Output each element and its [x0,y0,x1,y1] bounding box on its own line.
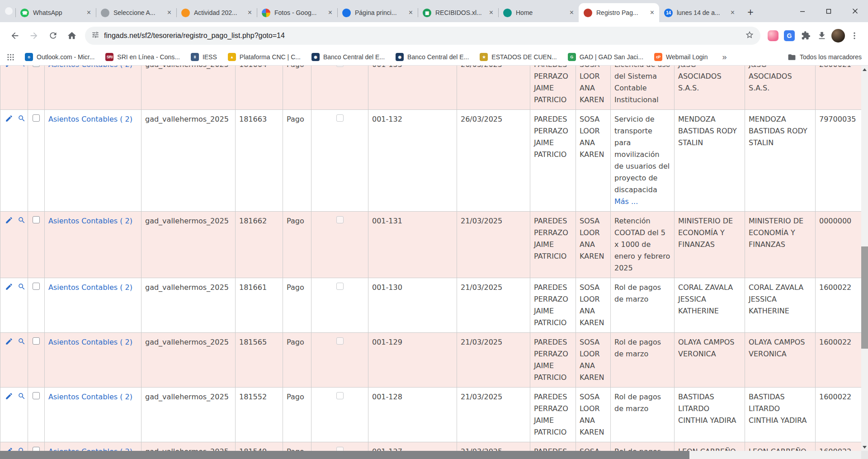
bookmark-item[interactable]: II IESS [191,53,217,61]
mas-link[interactable]: Más ... [614,196,670,208]
bookmark-item[interactable]: cP Webmail Login [654,53,708,61]
asientos-contables-link[interactable]: Asientos Contables ( 2) [48,217,132,225]
forward-button[interactable] [25,27,42,44]
vertical-scrollbar[interactable] [861,66,868,451]
pago-checkbox[interactable] [336,447,344,451]
database-cell: gad_vallehermos_2025 [142,442,236,451]
view-magnifier-icon[interactable] [18,393,28,402]
edit-pencil-icon[interactable] [5,218,15,226]
tab-close-icon[interactable]: × [648,9,656,17]
browser-tab[interactable]: Registro Pag... × [579,3,659,22]
row-checkbox[interactable] [33,66,40,67]
asientos-contables-link[interactable]: Asientos Contables ( 2) [48,338,132,346]
tab-close-icon[interactable]: × [487,9,495,17]
browser-tab[interactable]: Seleccione A... × [96,3,176,22]
tab-close-icon[interactable]: × [567,9,576,17]
tab-favicon-icon [262,9,270,17]
table-row: Asientos Contables ( 2) gad_vallehermos_… [0,333,862,388]
bookmark-item[interactable]: o Outlook.com - Micr... [25,53,94,61]
numero-cell: 001-128 [368,388,457,442]
profile-avatar[interactable] [830,28,846,44]
edit-pencil-icon[interactable] [5,66,15,70]
scroll-up-arrow-icon[interactable] [861,66,868,73]
view-magnifier-icon[interactable] [18,66,28,70]
pago-checkbox[interactable] [336,337,344,345]
extension-pink-icon[interactable] [765,28,781,44]
asientos-contables-link[interactable]: Asientos Contables ( 2) [48,66,132,69]
browser-tab[interactable]: Home × [498,3,579,22]
edit-pencil-icon[interactable] [5,116,15,124]
pago-checkbox[interactable] [336,66,344,67]
tab-title: WhatsApp [33,9,83,16]
browser-tab[interactable]: Página princi... × [337,3,418,22]
beneficiario2-cell: OLAYA CAMPOS VERONICA [745,333,816,388]
pago-checkbox[interactable] [336,216,344,223]
bookmark-item[interactable]: ◉ Banco Central del E... [396,53,469,61]
bookmark-item[interactable]: G GAD | GAD San Jaci... [568,53,643,61]
table-row: Asientos Contables ( 2) gad_vallehermos_… [0,212,862,278]
tab-close-icon[interactable]: × [245,9,254,17]
browser-tab[interactable]: 14 lunes 14 de a... × [659,3,740,22]
bookmark-item[interactable]: ★ ESTADOS DE CUEN... [480,53,557,61]
asientos-contables-link[interactable]: Asientos Contables ( 2) [48,283,132,292]
downloads-icon[interactable] [814,28,830,44]
extensions-puzzle-icon[interactable] [797,28,814,44]
address-bar[interactable]: fingads.net/sf2/tesoreria/registro_pago_… [85,27,760,45]
horizontal-scrollbar[interactable] [0,451,861,459]
row-checkbox[interactable] [33,283,40,290]
tab-close-icon[interactable]: × [406,9,415,17]
responsable-cell: PAREDES PERRAZO JAIME PATRICIO [530,110,576,212]
row-checkbox[interactable] [33,114,40,122]
translate-icon[interactable]: G [781,28,797,44]
close-button[interactable] [842,0,868,22]
tab-close-icon[interactable]: × [165,9,174,17]
browser-tab[interactable]: ▦ RECIBIDOS.xl... × [418,3,498,22]
maximize-button[interactable] [816,0,842,22]
view-magnifier-icon[interactable] [18,218,28,226]
tab-close-icon[interactable]: × [728,9,737,17]
view-magnifier-icon[interactable] [18,116,28,124]
bookmark-item[interactable]: ◉ Banco Central del E... [311,53,385,61]
bookmark-item[interactable]: SRI SRI en Línea - Cons... [105,53,180,61]
numero-cell: 001-130 [368,278,457,333]
reload-button[interactable] [44,27,61,44]
back-button[interactable] [6,27,24,44]
site-info-icon[interactable] [91,31,99,41]
edit-pencil-icon[interactable] [5,339,15,347]
record-id-cell: 181661 [236,278,283,333]
row-checkbox[interactable] [33,447,40,451]
home-button[interactable] [63,27,80,44]
view-magnifier-icon[interactable] [18,339,28,347]
descripcion-cell: Servicio de transporte para movilización… [611,110,675,212]
tab-close-icon[interactable]: × [326,9,335,17]
scroll-down-arrow-icon[interactable] [861,443,868,451]
asientos-contables-link[interactable]: Asientos Contables ( 2) [48,393,132,401]
asientos-contables-link[interactable]: Asientos Contables ( 2) [48,115,132,123]
bookmark-item[interactable]: ▲ Plataforma CNC | C... [228,53,301,61]
row-checkbox[interactable] [33,337,40,345]
apps-grid-icon[interactable] [6,53,15,62]
browser-tab[interactable]: ☎ WhatsApp × [15,3,96,22]
new-tab-button[interactable]: + [744,5,757,19]
view-magnifier-icon[interactable] [18,284,28,293]
tab-close-icon[interactable]: × [85,9,93,17]
edit-pencil-icon[interactable] [5,393,15,402]
all-bookmarks-button[interactable]: Todos los marcadores [788,53,862,62]
menu-kebab-icon[interactable] [846,28,863,44]
browser-tab[interactable]: Actividad 202... × [176,3,257,22]
minimize-button[interactable] [789,0,816,22]
vertical-scroll-thumb[interactable] [861,246,868,349]
browser-tab[interactable]: Fotos - Goog... × [257,3,337,22]
edit-pencil-icon[interactable] [5,284,15,293]
bookmark-label: Plataforma CNC | C... [240,53,301,61]
pago-checkbox[interactable] [336,392,344,399]
pago-checkbox[interactable] [336,114,344,122]
row-checkbox[interactable] [33,216,40,223]
asientos-contables-link[interactable]: Asientos Contables ( 2) [48,447,132,451]
row-checkbox[interactable] [33,392,40,399]
horizontal-scroll-thumb[interactable] [0,451,689,459]
bookmarks-overflow-chevron[interactable]: » [722,52,726,62]
bookmark-star-icon[interactable] [745,30,754,41]
content-area: Asientos Contables ( 2) gad_vallehermos_… [0,66,861,451]
pago-checkbox[interactable] [336,283,344,290]
